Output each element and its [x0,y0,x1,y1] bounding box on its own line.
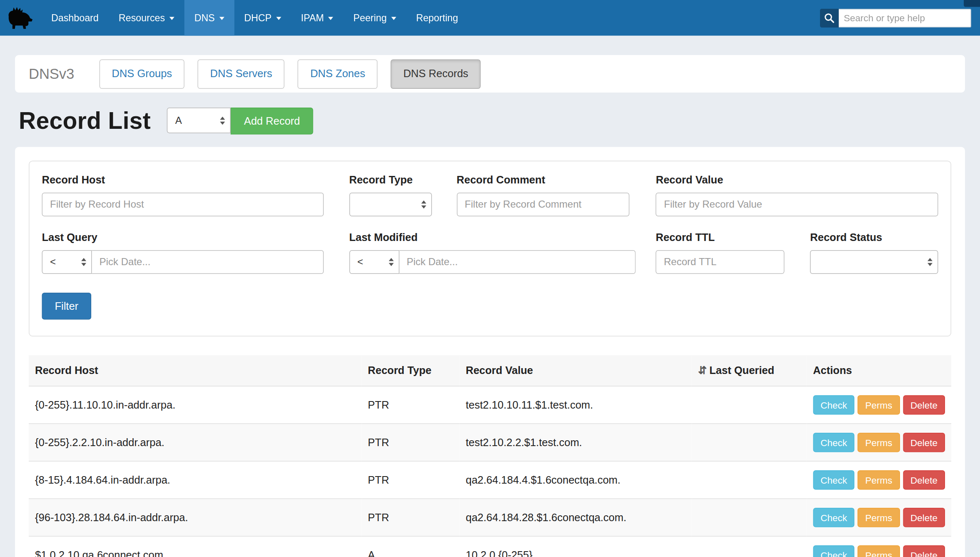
delete-button[interactable]: Delete [903,470,945,490]
select-spinner-icon [421,201,426,209]
nav-label: Reporting [416,12,458,23]
table-row: $1.0.2.10.qa.6connect.com. A 10.2.0.{0-2… [29,536,951,557]
header-record-type: Record Type [362,355,460,386]
cell-record-host: {0-255}.2.2.10.in-addr.arpa. [29,424,362,461]
cell-record-type: PTR [362,461,460,499]
tab-dns-records[interactable]: DNS Records [391,59,481,89]
cell-record-type: PTR [362,499,460,536]
moose-logo-svg [6,5,35,30]
dnsv3-panel: DNSv3 DNS Groups DNS Servers DNS Zones D… [15,55,965,93]
delete-button[interactable]: Delete [903,545,945,557]
cell-record-value: qa2.64.184.4.$1.6conectqa.com. [460,461,692,499]
check-button[interactable]: Check [813,395,855,415]
add-record-button[interactable]: Add Record [231,108,313,135]
records-table: Record Host Record Type Record Value ⇵La… [29,355,951,557]
tab-dns-zones[interactable]: DNS Zones [298,59,378,89]
check-button[interactable]: Check [813,545,855,557]
perms-button[interactable]: Perms [858,508,900,527]
cell-record-host: {8-15}.4.184.64.in-addr.arpa. [29,461,362,499]
tab-dns-servers[interactable]: DNS Servers [198,59,285,89]
dns-tabs: DNS Groups DNS Servers DNS Zones DNS Rec… [99,59,481,89]
nav-item-dns[interactable]: DNS [184,0,234,36]
delete-button[interactable]: Delete [903,433,945,452]
search-input[interactable] [839,8,971,27]
record-value-label: Record Value [656,174,938,186]
nav-item-dashboard[interactable]: Dashboard [41,0,109,36]
cell-record-value: 10.2.0.{0-255} [460,536,692,557]
nav-item-ipam[interactable]: IPAM [291,0,343,36]
record-comment-label: Record Comment [457,174,630,186]
moose-logo-icon[interactable] [0,0,41,36]
nav-label: DNS [194,12,215,23]
nav-item-resources[interactable]: Resources [109,0,185,36]
select-spinner-icon [388,258,393,266]
delete-button[interactable]: Delete [903,508,945,527]
filter-button[interactable]: Filter [42,293,92,320]
cell-record-type: PTR [362,386,460,424]
header-record-value: Record Value [460,355,692,386]
top-navbar: Dashboard Resources DNS DHCP IPAM Peerin… [0,0,980,36]
check-button[interactable]: Check [813,470,855,490]
table-row: {0-255}.11.10.10.in-addr.arpa. PTR test2… [29,386,951,424]
select-spinner-icon [220,116,225,125]
select-spinner-icon [928,258,932,266]
tab-dns-groups[interactable]: DNS Groups [99,59,185,89]
global-search [820,8,971,27]
chevron-down-icon [391,17,396,20]
record-type-select[interactable]: A [167,108,231,133]
last-query-operator-select[interactable]: < [42,250,92,274]
check-button[interactable]: Check [813,508,855,527]
table-header-row: Record Host Record Type Record Value ⇵La… [29,355,951,386]
record-list-header: Record List A Add Record [19,108,965,135]
header-actions: Actions [807,355,951,386]
nav-label: Resources [119,12,165,23]
delete-button[interactable]: Delete [903,395,945,415]
nav-label: Dashboard [51,12,99,23]
search-icon[interactable] [820,8,839,27]
record-type-label: Record Type [349,174,432,186]
chevron-down-icon [219,17,224,20]
cell-record-host: $1.0.2.10.qa.6connect.com. [29,536,362,557]
nav-item-peering[interactable]: Peering [343,0,406,36]
nav-items: Dashboard Resources DNS DHCP IPAM Peerin… [41,0,468,36]
last-query-label: Last Query [42,231,324,244]
record-type-filter-select[interactable] [349,193,432,216]
perms-button[interactable]: Perms [858,395,900,415]
record-ttl-filter-input[interactable] [656,250,785,274]
table-row: {0-255}.2.2.10.in-addr.arpa. PTR test2.1… [29,424,951,461]
chevron-down-icon [276,17,281,20]
cell-record-type: A [362,536,460,557]
record-type-selected-value: A [175,115,182,126]
perms-button[interactable]: Perms [858,470,900,490]
record-comment-filter-input[interactable] [457,193,630,216]
last-modified-label: Last Modified [349,231,636,244]
last-modified-date-input[interactable] [399,250,636,274]
perms-button[interactable]: Perms [858,433,900,452]
filter-row-1: Record Host Record Type Record Comment R… [42,174,938,216]
page-root: Dashboard Resources DNS DHCP IPAM Peerin… [0,0,980,557]
cell-record-host: {96-103}.28.184.64.in-addr.arpa. [29,499,362,536]
main-panel: Record Host Record Type Record Comment R… [15,147,965,557]
record-status-label: Record Status [810,231,938,244]
nav-label: DHCP [244,12,272,23]
last-modified-operator-select[interactable]: < [349,250,399,274]
filter-card: Record Host Record Type Record Comment R… [29,161,951,337]
cell-last-queried [692,424,807,461]
chevron-down-icon [328,17,333,20]
last-query-date-input[interactable] [92,250,324,274]
nav-item-dhcp[interactable]: DHCP [234,0,291,36]
record-ttl-label: Record TTL [656,231,785,244]
nav-item-reporting[interactable]: Reporting [406,0,468,36]
record-value-filter-input[interactable] [656,193,938,216]
record-status-filter-select[interactable] [810,250,938,274]
corner-menu-button[interactable] [964,0,980,7]
record-host-filter-input[interactable] [42,193,324,216]
navbar-right [820,0,980,36]
check-button[interactable]: Check [813,433,855,452]
sort-icon[interactable]: ⇵ [698,365,707,377]
perms-button[interactable]: Perms [858,545,900,557]
cell-last-queried [692,386,807,424]
cell-last-queried [692,499,807,536]
add-record-group: A Add Record [167,108,313,135]
cell-last-queried [692,461,807,499]
